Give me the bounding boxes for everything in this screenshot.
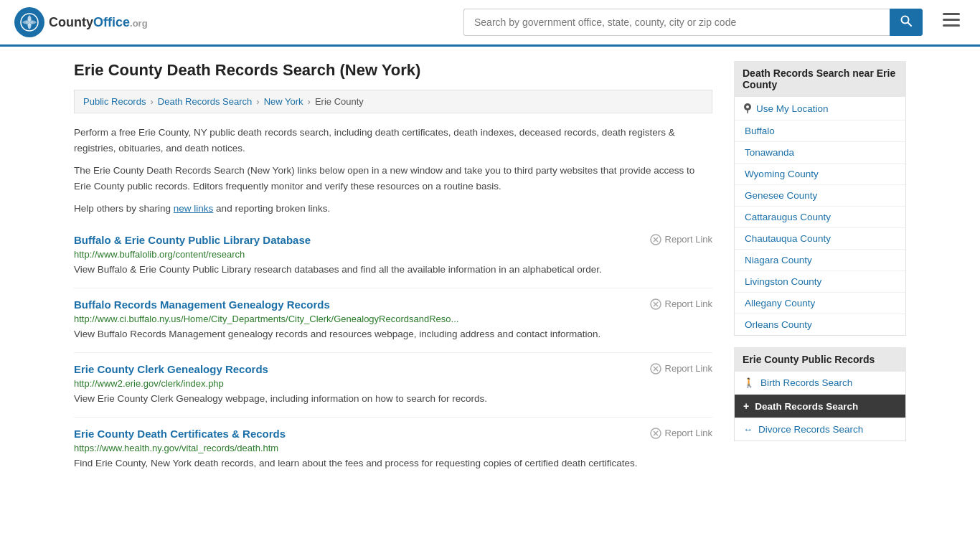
breadcrumb-sep-1: › xyxy=(150,96,153,107)
sidebar-nearby-title: Death Records Search near Erie County xyxy=(734,61,906,97)
site-logo[interactable]: CountyOffice.org xyxy=(14,7,148,37)
sidebar-nearby-content: Use My Location Buffalo Tonawanda Wyomin… xyxy=(734,97,906,336)
description-3-prefix: Help others by sharing xyxy=(74,203,174,214)
sidebar-item-tonawanda[interactable]: Tonawanda xyxy=(735,142,905,164)
svg-rect-5 xyxy=(943,19,960,21)
sidebar-death-records[interactable]: + Death Records Search xyxy=(735,395,905,418)
breadcrumb-erie-county: Erie County xyxy=(315,96,364,107)
result-description: View Erie County Clerk Genealogy webpage… xyxy=(74,392,712,407)
sidebar-nearby-section: Death Records Search near Erie County Us… xyxy=(734,61,906,336)
result-header: Erie County Death Certificates & Records… xyxy=(74,428,712,440)
person-icon: 🚶 xyxy=(743,377,755,388)
report-icon xyxy=(650,298,661,310)
sidebar-use-location[interactable]: Use My Location xyxy=(735,97,905,121)
menu-button[interactable] xyxy=(937,10,966,34)
result-description: View Buffalo Records Management genealog… xyxy=(74,327,712,342)
sidebar-item-buffalo[interactable]: Buffalo xyxy=(735,121,905,142)
sidebar-item-cattaraugus-county[interactable]: Cattaraugus County xyxy=(735,207,905,228)
search-input[interactable] xyxy=(463,9,890,36)
divorce-records-label: Divorce Records Search xyxy=(758,424,863,435)
logo-text: CountyOffice.org xyxy=(49,15,148,30)
search-button[interactable] xyxy=(890,9,923,36)
result-url: http://www.buffalolib.org/content/resear… xyxy=(74,249,712,260)
sidebar-item-wyoming-county[interactable]: Wyoming County xyxy=(735,164,905,185)
breadcrumb-sep-3: › xyxy=(308,96,311,107)
report-icon xyxy=(650,234,661,245)
logo-icon xyxy=(14,7,44,37)
result-title[interactable]: Buffalo & Erie County Public Library Dat… xyxy=(74,234,311,246)
sidebar-divorce-records[interactable]: ↔ Divorce Records Search xyxy=(735,418,905,441)
site-header: CountyOffice.org xyxy=(0,0,980,47)
sidebar-item-niagara-county[interactable]: Niagara County xyxy=(735,250,905,271)
svg-rect-4 xyxy=(943,13,960,15)
main-container: Erie County Death Records Search (New Yo… xyxy=(60,47,920,496)
sidebar-item-allegany-county[interactable]: Allegany County xyxy=(735,293,905,314)
search-area xyxy=(463,9,923,36)
sidebar-public-records-content: 🚶 Birth Records Search + Death Records S… xyxy=(734,372,906,441)
svg-point-20 xyxy=(746,105,749,108)
birth-records-label: Birth Records Search xyxy=(760,377,852,388)
pin-icon xyxy=(743,103,752,114)
report-icon xyxy=(650,428,661,439)
description-3-suffix: and reporting broken links. xyxy=(213,203,330,214)
result-item: Buffalo Records Management Genealogy Rec… xyxy=(74,288,712,353)
sidebar: Death Records Search near Erie County Us… xyxy=(734,61,906,481)
breadcrumb-new-york[interactable]: New York xyxy=(264,96,303,107)
arrows-icon: ↔ xyxy=(743,424,753,435)
page-title: Erie County Death Records Search (New Yo… xyxy=(74,61,712,80)
description-2: The Erie County Death Records Search (Ne… xyxy=(74,163,712,194)
svg-line-3 xyxy=(908,23,912,27)
description-3: Help others by sharing new links and rep… xyxy=(74,201,712,217)
breadcrumb-public-records[interactable]: Public Records xyxy=(83,96,146,107)
report-link-button[interactable]: Report Link xyxy=(650,234,712,245)
sidebar-item-chautauqua-county[interactable]: Chautauqua County xyxy=(735,228,905,250)
result-title[interactable]: Erie County Clerk Genealogy Records xyxy=(74,363,268,375)
result-url: http://www2.erie.gov/clerk/index.php xyxy=(74,378,712,389)
new-links-link[interactable]: new links xyxy=(174,203,214,214)
result-header: Buffalo & Erie County Public Library Dat… xyxy=(74,234,712,246)
sidebar-item-livingston-county[interactable]: Livingston County xyxy=(735,271,905,293)
report-icon xyxy=(650,363,661,375)
breadcrumb-sep-2: › xyxy=(256,96,259,107)
report-link-button[interactable]: Report Link xyxy=(650,298,712,310)
result-title[interactable]: Erie County Death Certificates & Records xyxy=(74,428,286,440)
main-content: Erie County Death Records Search (New Yo… xyxy=(74,61,712,481)
report-link-button[interactable]: Report Link xyxy=(650,428,712,439)
use-my-location-label: Use My Location xyxy=(756,103,829,114)
svg-rect-6 xyxy=(943,24,960,27)
results-list: Buffalo & Erie County Public Library Dat… xyxy=(74,224,712,481)
result-header: Erie County Clerk Genealogy Records Repo… xyxy=(74,363,712,375)
result-url: https://www.health.ny.gov/vital_records/… xyxy=(74,443,712,453)
breadcrumb: Public Records › Death Records Search › … xyxy=(74,90,712,113)
result-description: View Buffalo & Erie County Public Librar… xyxy=(74,263,712,278)
result-url: http://www.ci.buffalo.ny.us/Home/City_De… xyxy=(74,314,712,324)
death-records-label: Death Records Search xyxy=(755,401,858,412)
result-item: Erie County Death Certificates & Records… xyxy=(74,418,712,481)
result-item: Erie County Clerk Genealogy Records Repo… xyxy=(74,353,712,418)
plus-icon: + xyxy=(743,400,749,412)
sidebar-item-genesee-county[interactable]: Genesee County xyxy=(735,185,905,207)
breadcrumb-death-records[interactable]: Death Records Search xyxy=(158,96,253,107)
result-description: Find Erie County, New York death records… xyxy=(74,456,712,471)
result-item: Buffalo & Erie County Public Library Dat… xyxy=(74,224,712,288)
sidebar-birth-records[interactable]: 🚶 Birth Records Search xyxy=(735,372,905,395)
sidebar-item-orleans-county[interactable]: Orleans County xyxy=(735,314,905,335)
description-1: Perform a free Erie County, NY public de… xyxy=(74,125,712,156)
sidebar-public-records-section: Erie County Public Records 🚶 Birth Recor… xyxy=(734,347,906,441)
result-header: Buffalo Records Management Genealogy Rec… xyxy=(74,298,712,311)
result-title[interactable]: Buffalo Records Management Genealogy Rec… xyxy=(74,298,330,311)
sidebar-public-records-title: Erie County Public Records xyxy=(734,347,906,372)
report-link-button[interactable]: Report Link xyxy=(650,363,712,375)
